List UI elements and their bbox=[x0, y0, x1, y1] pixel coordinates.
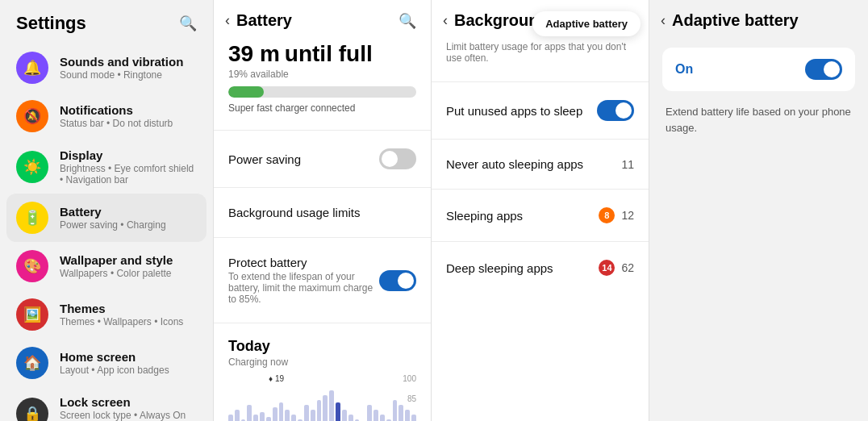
chart-bar bbox=[247, 405, 252, 421]
adaptive-panel-title: Adaptive battery bbox=[672, 11, 799, 30]
sidebar-item-notifications[interactable]: 🔕 Notifications Status bar • Do not dist… bbox=[0, 92, 213, 140]
chart-bar bbox=[348, 415, 353, 421]
notifications-icon: 🔕 bbox=[16, 100, 48, 132]
deep-sleeping-badge: 14 bbox=[599, 260, 615, 276]
wallpaper-subtitle: Wallpapers • Color palette bbox=[60, 268, 173, 279]
protect-battery-label: Protect battery bbox=[228, 256, 379, 269]
notifications-title: Notifications bbox=[60, 103, 173, 117]
never-sleeping-label: Never auto sleeping apps bbox=[446, 157, 583, 171]
wallpaper-title: Wallpaper and style bbox=[60, 253, 173, 267]
adaptive-header: ‹ Adaptive battery bbox=[649, 0, 868, 38]
power-saving-label: Power saving bbox=[228, 152, 301, 166]
sleeping-apps-item[interactable]: Sleeping apps 8 12 bbox=[432, 196, 649, 235]
sidebar-item-lockscreen[interactable]: 🔒 Lock screen Screen lock type • Always … bbox=[0, 387, 213, 421]
chart-y-labels: 100 85 0% bbox=[403, 374, 416, 421]
battery-subtitle: Power saving • Charging bbox=[60, 219, 166, 231]
battery-text: Battery Power saving • Charging bbox=[60, 205, 166, 231]
settings-search-button[interactable]: 🔍 bbox=[179, 15, 197, 32]
sleeping-apps-label: Sleeping apps bbox=[446, 209, 523, 223]
divider-3 bbox=[214, 237, 431, 238]
chart-bar bbox=[285, 410, 290, 421]
battery-bar-container bbox=[228, 86, 416, 98]
background-usage-option[interactable]: Background usage limits bbox=[214, 194, 431, 231]
chart-bar bbox=[235, 410, 240, 421]
background-header-wrapper: ‹ Background u Adaptive battery bbox=[432, 0, 649, 38]
chart-bar bbox=[253, 415, 258, 421]
deep-sleeping-item[interactable]: Deep sleeping apps 14 62 bbox=[432, 248, 649, 287]
chart-bar bbox=[380, 415, 385, 421]
sounds-title: Sounds and vibration bbox=[60, 55, 183, 69]
battery-info: 39 m until full 19% available Super fast… bbox=[214, 38, 431, 123]
battery-time-unit: until full bbox=[285, 41, 373, 67]
chart-bar bbox=[260, 412, 265, 421]
battery-header-left: ‹ Battery bbox=[225, 11, 292, 30]
lockscreen-title: Lock screen bbox=[60, 395, 197, 409]
today-title: Today bbox=[228, 338, 416, 355]
battery-panel: ‹ Battery 🔍 39 m until full 19% availabl… bbox=[214, 0, 432, 421]
adaptive-battery-tooltip[interactable]: Adaptive battery bbox=[532, 11, 641, 36]
sounds-text: Sounds and vibration Sound mode • Ringto… bbox=[60, 55, 183, 81]
chart-marker: ♦ 19 bbox=[269, 374, 284, 383]
protect-battery-toggle[interactable] bbox=[379, 270, 416, 291]
display-subtitle: Brightness • Eye comfort shield • Naviga… bbox=[60, 163, 197, 185]
sidebar-item-sounds[interactable]: 🔔 Sounds and vibration Sound mode • Ring… bbox=[0, 44, 213, 92]
battery-bar-fill bbox=[228, 86, 264, 98]
divider-2 bbox=[214, 187, 431, 188]
lockscreen-text: Lock screen Screen lock type • Always On… bbox=[60, 395, 197, 421]
bg-divider-3 bbox=[432, 189, 649, 190]
put-unused-item[interactable]: Put unused apps to sleep bbox=[432, 89, 649, 132]
sidebar-item-battery[interactable]: 🔋 Battery Power saving • Charging bbox=[6, 194, 207, 242]
never-sleeping-item[interactable]: Never auto sleeping apps 11 bbox=[432, 146, 649, 182]
homescreen-title: Home screen bbox=[60, 350, 169, 364]
chart-bar bbox=[304, 405, 309, 421]
adaptive-toggle[interactable] bbox=[805, 59, 842, 80]
protect-battery-option[interactable]: Protect battery To extend the lifespan o… bbox=[214, 244, 431, 316]
today-section: Today Charging now ♦ 19 0 12 100 85 0% bbox=[214, 330, 431, 421]
chart-bar bbox=[336, 402, 340, 421]
deep-sleeping-label: Deep sleeping apps bbox=[446, 261, 553, 275]
chart-bar bbox=[291, 415, 296, 421]
battery-back-arrow[interactable]: ‹ bbox=[225, 12, 230, 29]
sidebar-item-homescreen[interactable]: 🏠 Home screen Layout • App icon badges bbox=[0, 339, 213, 387]
power-saving-toggle[interactable] bbox=[379, 148, 416, 169]
chart-bar bbox=[329, 390, 334, 421]
adaptive-panel: ‹ Adaptive battery On Extend battery lif… bbox=[649, 0, 868, 421]
chart-bar bbox=[317, 400, 322, 421]
themes-subtitle: Themes • Wallpapers • Icons bbox=[60, 316, 183, 327]
chart-bar bbox=[266, 417, 271, 421]
chart-bar bbox=[367, 405, 372, 421]
chart-bar bbox=[279, 402, 284, 421]
protect-battery-text: Protect battery To extend the lifespan o… bbox=[228, 256, 379, 305]
display-text: Display Brightness • Eye comfort shield … bbox=[60, 148, 197, 185]
settings-header: Settings 🔍 bbox=[0, 13, 213, 44]
lockscreen-icon: 🔒 bbox=[16, 398, 48, 421]
battery-panel-title: Battery bbox=[236, 11, 292, 30]
battery-search-icon[interactable]: 🔍 bbox=[399, 12, 416, 30]
battery-percent: 19% available bbox=[228, 69, 416, 80]
never-sleeping-count: 11 bbox=[621, 158, 634, 171]
put-unused-toggle[interactable] bbox=[597, 100, 634, 121]
display-icon: ☀️ bbox=[16, 151, 48, 183]
battery-header: ‹ Battery 🔍 bbox=[214, 0, 431, 38]
adaptive-back-arrow[interactable]: ‹ bbox=[661, 12, 666, 29]
power-saving-option[interactable]: Power saving bbox=[214, 137, 431, 181]
chart-bar bbox=[373, 410, 378, 421]
lockscreen-subtitle: Screen lock type • Always On Display bbox=[60, 410, 197, 421]
notifications-subtitle: Status bar • Do not disturb bbox=[60, 118, 173, 129]
bg-divider-1 bbox=[432, 81, 649, 82]
chart-bar bbox=[273, 407, 278, 421]
sidebar-item-wallpaper[interactable]: 🎨 Wallpaper and style Wallpapers • Color… bbox=[0, 242, 213, 290]
battery-charger-text: Super fast charger connected bbox=[228, 102, 416, 114]
deep-sleeping-right: 14 62 bbox=[599, 260, 634, 276]
themes-text: Themes Themes • Wallpapers • Icons bbox=[60, 302, 183, 327]
chart-bar bbox=[228, 415, 233, 421]
battery-title: Battery bbox=[60, 205, 166, 219]
chart-y-100: 100 bbox=[403, 374, 416, 383]
sidebar-item-themes[interactable]: 🖼️ Themes Themes • Wallpapers • Icons bbox=[0, 290, 213, 339]
battery-time-display: 39 m until full bbox=[228, 41, 416, 67]
battery-time-value: 39 m bbox=[228, 41, 280, 67]
charging-now-label: Charging now bbox=[228, 356, 416, 368]
sidebar-item-display[interactable]: ☀️ Display Brightness • Eye comfort shie… bbox=[0, 140, 213, 194]
settings-title: Settings bbox=[16, 13, 86, 34]
background-back-arrow[interactable]: ‹ bbox=[443, 12, 448, 29]
